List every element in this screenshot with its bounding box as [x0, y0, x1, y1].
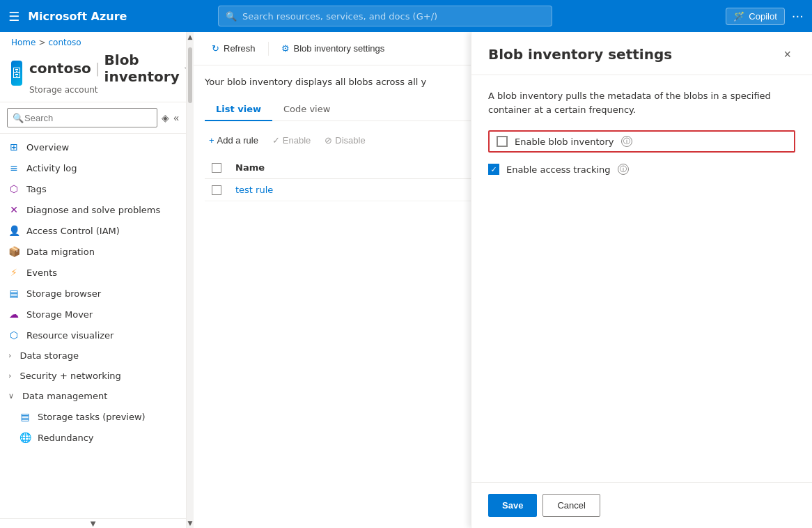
blob-inventory-settings-panel: Blob inventory settings × A blob invento… — [471, 32, 812, 528]
panel-footer: Save Cancel — [471, 482, 812, 528]
sidebar-pin-icon[interactable]: ◈ — [162, 112, 169, 123]
data-migration-icon: 📦 — [8, 246, 19, 257]
sidebar-item-data-migration[interactable]: 📦 Data migration — [0, 241, 186, 262]
expand-icon: ∨ — [8, 391, 14, 401]
sidebar-item-label: Diagnose and solve problems — [26, 205, 160, 215]
sidebar-item-label: Security + networking — [19, 371, 120, 381]
tags-icon: ⬡ — [8, 183, 19, 194]
rule-name-link[interactable]: test rule — [235, 185, 273, 195]
cancel-button[interactable]: Cancel — [542, 494, 600, 517]
resource-separator: | — [95, 60, 100, 77]
sidebar-item-security-networking[interactable]: › Security + networking — [0, 366, 186, 386]
breadcrumb-current[interactable]: contoso — [49, 38, 81, 47]
hamburger-menu-icon[interactable]: ☰ — [8, 9, 19, 24]
storage-tasks-icon: ▤ — [19, 411, 31, 422]
activity-log-icon: ≡ — [8, 162, 19, 173]
sidebar-item-label: Activity log — [26, 163, 77, 173]
sidebar-item-resource-visualizer[interactable]: ⬡ Resource visualizer — [0, 325, 186, 345]
enable-access-tracking-label: Enable access tracking — [506, 164, 611, 175]
global-search[interactable]: 🔍 Search resources, services, and docs (… — [218, 6, 552, 26]
sidebar-search-area: 🔍 ◈ « — [0, 102, 186, 134]
add-rule-button[interactable]: + Add a rule — [205, 132, 263, 148]
resource-page: Blob inventory — [104, 52, 180, 85]
panel-header: Blob inventory settings × — [471, 32, 812, 75]
search-icon: 🔍 — [226, 11, 237, 22]
sidebar-item-storage-tasks[interactable]: ▤ Storage tasks (preview) — [0, 406, 186, 427]
settings-icon: ⚙ — [281, 43, 290, 54]
app-logo: Microsoft Azure — [28, 10, 127, 23]
enable-access-tracking-checkbox[interactable]: ✓ — [488, 164, 499, 175]
enable-blob-inventory-label: Enable blob inventory — [515, 137, 614, 147]
save-button[interactable]: Save — [488, 494, 537, 517]
resource-title-group: contoso | Blob inventory ☆ ··· Storage a… — [29, 52, 187, 95]
sidebar: Home > contoso 🗄 contoso | Blob inventor… — [0, 32, 187, 528]
redundancy-icon: 🌐 — [19, 432, 31, 443]
sidebar-item-storage-mover[interactable]: ☁ Storage Mover — [0, 304, 186, 325]
disable-button[interactable]: ⊘ Disable — [320, 132, 369, 148]
sidebar-item-redundancy[interactable]: 🌐 Redundancy — [0, 427, 186, 448]
sidebar-item-activity-log[interactable]: ≡ Activity log — [0, 157, 186, 178]
blob-inventory-settings-button[interactable]: ⚙ Blob inventory settings — [274, 39, 392, 58]
enable-blob-inventory-checkbox[interactable] — [497, 136, 508, 147]
expand-icon: › — [8, 351, 11, 360]
sidebar-item-label: Access Control (IAM) — [26, 226, 120, 236]
add-icon: + — [209, 135, 214, 146]
disable-icon: ⊘ — [325, 135, 332, 146]
storage-mover-icon: ☁ — [8, 309, 19, 320]
events-icon: ⚡ — [8, 267, 19, 278]
sidebar-item-label: Redundancy — [38, 433, 93, 443]
sidebar-item-events[interactable]: ⚡ Events — [0, 262, 186, 283]
sidebar-item-label: Events — [26, 267, 57, 278]
topbar-right: 🪄 Copilot ··· — [726, 8, 804, 25]
sidebar-item-label: Overview — [26, 142, 69, 153]
topbar: ☰ Microsoft Azure 🔍 Search resources, se… — [0, 0, 812, 32]
tab-list-view[interactable]: List view — [205, 98, 272, 121]
resource-name: contoso — [29, 60, 91, 77]
refresh-icon: ↻ — [212, 43, 219, 54]
row-checkbox[interactable] — [212, 185, 221, 195]
enable-blob-inventory-info-icon[interactable]: ⓘ — [621, 136, 632, 147]
sidebar-search-actions: ◈ « — [162, 112, 179, 123]
sidebar-item-iam[interactable]: 👤 Access Control (IAM) — [0, 220, 186, 241]
overview-icon: ⊞ — [8, 141, 19, 153]
select-all-checkbox[interactable] — [212, 163, 221, 173]
sidebar-item-label: Storage browser — [26, 288, 101, 299]
iam-icon: 👤 — [8, 225, 19, 236]
storage-browser-icon: ▤ — [8, 288, 19, 299]
sidebar-item-tags[interactable]: ⬡ Tags — [0, 178, 186, 199]
sidebar-item-data-storage[interactable]: › Data storage — [0, 345, 186, 366]
toolbar-separator — [268, 42, 269, 56]
sidebar-search-input[interactable] — [7, 108, 157, 127]
breadcrumb-home[interactable]: Home — [11, 38, 36, 47]
sidebar-item-label: Data management — [22, 391, 107, 401]
expand-icon: › — [8, 371, 11, 380]
sidebar-item-label: Resource visualizer — [26, 330, 114, 341]
sidebar-item-label: Tags — [26, 184, 47, 194]
enable-button[interactable]: ✓ Enable — [268, 132, 315, 148]
panel-title: Blob inventory settings — [488, 46, 672, 63]
search-placeholder: Search resources, services, and docs (G+… — [242, 11, 437, 22]
resource-visualizer-icon: ⬡ — [8, 329, 19, 341]
enable-blob-inventory-row: Enable blob inventory ⓘ — [488, 130, 795, 153]
table-header-checkbox — [205, 157, 228, 179]
refresh-button[interactable]: ↻ Refresh — [205, 39, 263, 58]
resource-icon: 🗄 — [11, 61, 22, 86]
panel-close-button[interactable]: × — [779, 46, 795, 63]
sidebar-search-icon: 🔍 — [13, 113, 24, 123]
enable-icon: ✓ — [272, 135, 280, 146]
sidebar-item-overview[interactable]: ⊞ Overview — [0, 137, 186, 157]
diagnose-icon: ✕ — [8, 204, 19, 215]
topbar-more-icon[interactable]: ··· — [792, 9, 804, 24]
sidebar-item-label: Data migration — [26, 247, 95, 257]
sidebar-item-diagnose[interactable]: ✕ Diagnose and solve problems — [0, 199, 186, 220]
sidebar-nav: ⊞ Overview ≡ Activity log ⬡ Tags ✕ Diagn… — [0, 134, 186, 518]
breadcrumb: Home > contoso — [0, 32, 186, 49]
copilot-button[interactable]: 🪄 Copilot — [726, 8, 784, 25]
enable-access-tracking-info-icon[interactable]: ⓘ — [618, 164, 629, 175]
sidebar-collapse-icon[interactable]: « — [173, 112, 179, 123]
sidebar-item-storage-browser[interactable]: ▤ Storage browser — [0, 283, 186, 304]
panel-body: A blob inventory pulls the metadata of t… — [471, 75, 812, 482]
panel-description: A blob inventory pulls the metadata of t… — [488, 89, 795, 116]
tab-code-view[interactable]: Code view — [272, 98, 341, 121]
sidebar-item-data-management[interactable]: ∨ Data management — [0, 386, 186, 406]
